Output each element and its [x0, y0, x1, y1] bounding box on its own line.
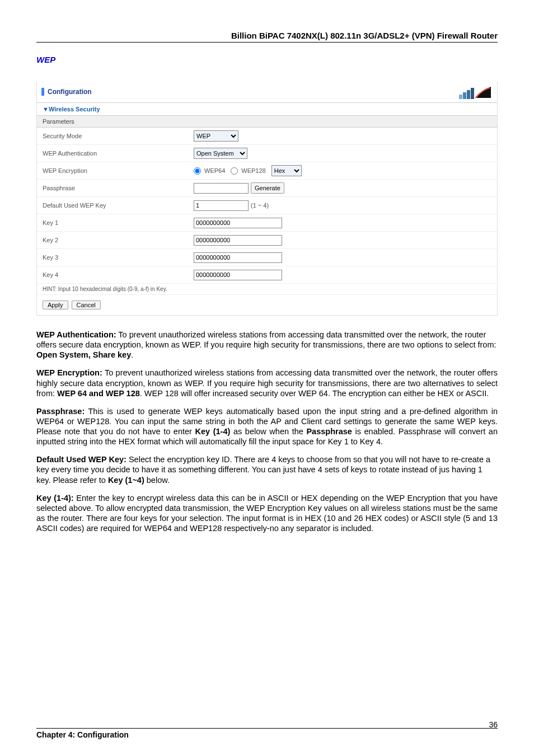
input-key3[interactable]: [194, 252, 282, 263]
label-wep-encryption: WEP Encryption: [43, 167, 194, 174]
row-key3: Key 3: [37, 249, 497, 266]
parameters-label: Parameters: [37, 116, 497, 128]
label-passphrase: Passphrase: [43, 185, 194, 191]
body-text: WEP Authentication: To prevent unauthori…: [36, 330, 498, 533]
label-wep-auth: WEP Authentication: [43, 150, 194, 157]
row-security-mode: Security Mode WEP: [37, 128, 497, 145]
input-key2[interactable]: [194, 235, 282, 246]
row-default-key: Default Used WEP Key (1 ~ 4): [37, 197, 497, 214]
panel-title: Configuration: [41, 88, 92, 96]
select-wep-auth[interactable]: Open System: [194, 148, 247, 159]
select-wep-format[interactable]: Hex: [271, 165, 302, 176]
radio-wep128-label: WEP128: [241, 167, 265, 174]
page-number: 36: [489, 720, 498, 729]
label-default-key: Default Used WEP Key: [43, 202, 194, 209]
input-default-key[interactable]: [194, 200, 249, 211]
footer-chapter: Chapter 4: Configuration: [36, 730, 129, 739]
generate-button[interactable]: Generate: [251, 182, 284, 194]
label-security-mode: Security Mode: [43, 133, 194, 139]
row-key4: Key 4: [37, 266, 497, 284]
brand-logo: [459, 84, 493, 99]
row-wep-auth: WEP Authentication Open System: [37, 145, 497, 162]
select-security-mode[interactable]: WEP: [194, 130, 238, 142]
hint-text: HINT: Input 10 hexadecimal digits (0-9, …: [37, 284, 497, 295]
radio-wep128[interactable]: [231, 167, 238, 175]
default-key-hint: (1 ~ 4): [251, 202, 269, 209]
row-wep-encryption: WEP Encryption WEP64 WEP128 Hex: [37, 162, 497, 180]
section-title-wep: WEP: [36, 55, 498, 64]
p4-heading: Default Used WEP Key:: [36, 455, 127, 464]
radio-wep64-label: WEP64: [204, 167, 225, 174]
config-panel: Configuration ▼Wireless Security Paramet…: [36, 81, 498, 316]
section-wireless-security: ▼Wireless Security: [37, 102, 497, 116]
input-passphrase[interactable]: [194, 183, 249, 194]
input-key1[interactable]: [194, 218, 282, 228]
p3-heading: Passphrase:: [36, 407, 85, 416]
cancel-button[interactable]: Cancel: [72, 300, 101, 309]
label-key4: Key 4: [43, 271, 194, 278]
row-passphrase: Passphrase Generate: [37, 180, 497, 197]
row-key1: Key 1: [37, 214, 497, 232]
page-footer: Chapter 4: Configuration: [36, 728, 498, 739]
apply-button[interactable]: Apply: [43, 300, 68, 309]
label-key2: Key 2: [43, 237, 194, 243]
page-header: Billion BiPAC 7402NX(L) 802.11n 3G/ADSL2…: [36, 31, 498, 43]
label-key1: Key 1: [43, 219, 194, 226]
p5-heading: Key (1-4):: [36, 494, 74, 503]
p1-heading: WEP Authentication:: [36, 330, 116, 339]
row-key2: Key 2: [37, 232, 497, 249]
input-key4[interactable]: [194, 270, 282, 280]
logo-swoosh-icon: [475, 86, 491, 99]
label-key3: Key 3: [43, 254, 194, 261]
radio-wep64[interactable]: [194, 167, 201, 175]
p2-heading: WEP Encryption:: [36, 368, 102, 377]
